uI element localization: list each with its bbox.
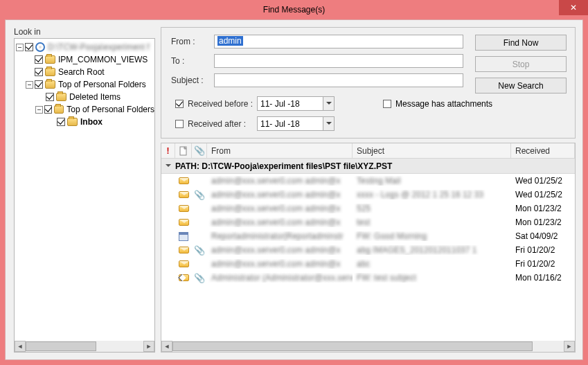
col-received[interactable]: Received (511, 143, 575, 158)
received-after-date[interactable]: 11- Jul -18 (257, 116, 335, 131)
envelope-icon (179, 219, 189, 226)
received-after-label: Received after : (188, 119, 257, 129)
received-before-label: Received before : (188, 99, 257, 109)
tree-h-scrollbar[interactable]: ◄ ► (15, 341, 154, 352)
scroll-left-button[interactable]: ◄ (161, 341, 172, 352)
scroll-left-button[interactable]: ◄ (15, 341, 26, 352)
cell-from: admin@xxx.server0.com admin@x (207, 204, 353, 213)
table-row[interactable]: admin@xxx.server0.com admin@xTesting Mai… (161, 174, 575, 188)
cell-subject: FW: Good Morning (353, 231, 511, 241)
tree-label: Top of Personal Folders (58, 78, 146, 91)
table-row[interactable]: admin@xxx.server0.com admin@x525Mon 01/2… (161, 202, 575, 215)
cell-type-icon (175, 247, 192, 253)
tree-node-search[interactable]: Search Root (15, 66, 154, 78)
cell-received: Fri 01/20/2 (511, 245, 575, 255)
checkbox[interactable] (44, 105, 52, 114)
window: Find Message(s) ✕ Look in D:\TCW-Pooja\e… (0, 0, 588, 365)
chevron-down-icon[interactable] (323, 97, 334, 110)
scroll-track[interactable] (26, 341, 143, 352)
tree-node-inbox[interactable]: Inbox (15, 116, 154, 128)
from-input[interactable]: admin (214, 35, 463, 48)
cell-received: Wed 01/25/2 (511, 176, 575, 186)
cell-type-icon (175, 219, 192, 226)
col-importance[interactable]: ! (161, 143, 175, 158)
close-button[interactable]: ✕ (559, 0, 588, 15)
col-subject[interactable]: Subject (353, 143, 511, 158)
received-before-checkbox[interactable] (175, 100, 184, 108)
attachments-checkbox[interactable] (383, 100, 391, 108)
cell-subject: test (353, 217, 511, 227)
table-row[interactable]: 📎admin@xxx.server0.com admin@xxxxx - Log… (161, 188, 575, 202)
new-search-button[interactable]: New Search (475, 78, 567, 94)
cell-received: Mon 01/16/2 (511, 273, 575, 283)
cell-received: Sat 04/09/2 (511, 231, 575, 241)
tree-label: D:\TCW-Pooja\experiment f (48, 41, 150, 53)
received-after-checkbox[interactable] (175, 120, 184, 128)
tree-node-top2[interactable]: Top of Personal Folders (15, 103, 154, 116)
envelope-icon (179, 247, 189, 253)
tree-node-root[interactable]: D:\TCW-Pooja\experiment f (15, 41, 154, 53)
scroll-track[interactable] (172, 341, 564, 352)
folder-icon (45, 55, 55, 64)
tree-label: Search Root (58, 66, 105, 78)
table-row[interactable]: admin@xxx.server0.com admin@xabcFri 01/2… (161, 257, 575, 271)
cell-attachment: 📎 (192, 190, 207, 200)
pst-file-icon (35, 42, 45, 52)
cell-from: admin@xxx.server0.com admin@x (207, 259, 353, 269)
checkbox[interactable] (35, 68, 43, 76)
tree-node-top[interactable]: Top of Personal Folders (15, 78, 154, 91)
paperclip-icon: 📎 (194, 190, 205, 200)
table-row[interactable]: admin@xxx.server0.com admin@xtestMon 01/… (161, 215, 575, 229)
paperclip-icon: 📎 (194, 145, 205, 156)
search-panel: From : admin To : Subject : F (161, 27, 576, 353)
results-body: admin@xxx.server0.com admin@xTesting Mai… (161, 174, 575, 352)
stop-button: Stop (475, 56, 567, 72)
col-item-type[interactable] (175, 143, 192, 158)
tree-panel: Look in D:\TCW-Pooja\experiment f IP (14, 27, 155, 353)
find-now-button[interactable]: Find Now (475, 35, 567, 51)
col-attachment[interactable]: 📎 (192, 143, 207, 158)
scroll-thumb[interactable] (26, 341, 96, 351)
to-input[interactable] (214, 54, 463, 68)
folder-icon (56, 93, 66, 101)
cell-from: admin@xxx.server0.com admin@x (207, 245, 353, 255)
received-before-date[interactable]: 11- Jul -18 (257, 96, 335, 111)
cell-from: admin@xxx.server0.com admin@x (207, 176, 353, 186)
expander-icon[interactable] (16, 44, 24, 51)
calendar-icon (179, 232, 188, 241)
folder-tree[interactable]: D:\TCW-Pooja\experiment f IPM_COMMON_VIE… (14, 38, 155, 353)
tree-label: Top of Personal Folders (66, 103, 154, 116)
paperclip-icon: 📎 (194, 245, 205, 256)
expander-icon[interactable] (35, 106, 42, 114)
table-row[interactable]: 📎Administrator (Administrator@xxx.serveF… (161, 271, 575, 285)
checkbox[interactable] (35, 55, 43, 64)
window-title: Find Message(s) (263, 5, 325, 15)
table-row[interactable]: 📎admin@xxx.server0.com admin@xabg IMAGES… (161, 243, 575, 257)
subject-label: Subject : (171, 75, 214, 85)
checkbox[interactable] (46, 93, 54, 101)
folder-icon (45, 68, 55, 76)
table-row[interactable]: Reportadministrator|ReportadminstrFW: Go… (161, 229, 575, 243)
results-h-scrollbar[interactable]: ◄ ► (161, 341, 575, 352)
folder-icon (67, 118, 78, 126)
scroll-thumb[interactable] (172, 341, 533, 351)
date-value: 11- Jul -18 (258, 119, 323, 129)
collapse-icon (166, 164, 171, 170)
checkbox[interactable] (25, 43, 33, 51)
cell-attachment: 📎 (192, 273, 207, 283)
scroll-right-button[interactable]: ► (143, 341, 154, 352)
scroll-right-button[interactable]: ► (564, 341, 575, 352)
group-header[interactable]: PATH: D:\TCW-Pooja\experiment files\PST … (161, 159, 575, 174)
expander-icon[interactable] (26, 81, 33, 89)
subject-input[interactable] (214, 73, 463, 87)
tree-node-deleted[interactable]: Deleted Items (15, 91, 154, 103)
checkbox[interactable] (57, 118, 65, 126)
col-from[interactable]: From (207, 143, 353, 158)
client-area: Look in D:\TCW-Pooja\experiment f IP (5, 19, 583, 360)
cell-received: Mon 01/23/2 (511, 217, 575, 227)
checkbox[interactable] (35, 80, 43, 89)
tree-node-ipm[interactable]: IPM_COMMON_VIEWS (15, 53, 154, 66)
titlebar: Find Message(s) ✕ (0, 0, 588, 19)
chevron-down-icon[interactable] (323, 117, 334, 130)
date-value: 11- Jul -18 (258, 99, 323, 109)
